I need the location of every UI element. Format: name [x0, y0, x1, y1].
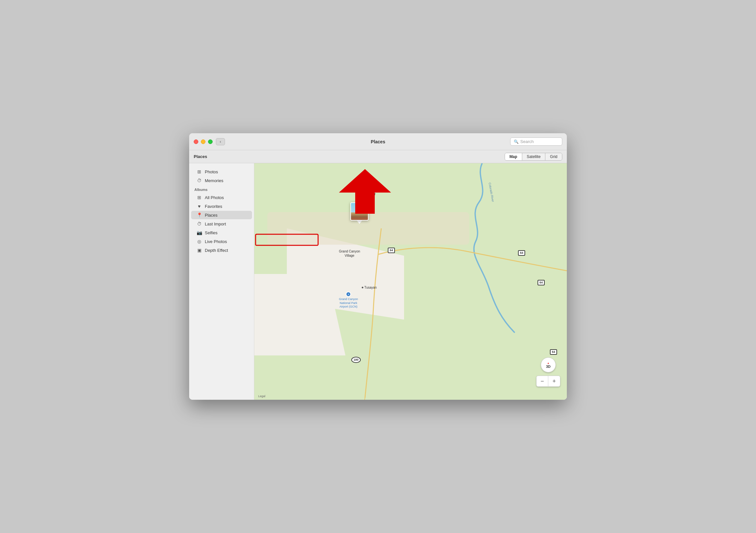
titlebar: ‹ Places 🔍 Search: [189, 133, 567, 150]
search-icon: 🔍: [514, 139, 519, 144]
sidebar-item-depth-effect-label: Depth Effect: [205, 248, 228, 253]
sidebar: ⊞ Photos ⏱ Memories Albums ⊞ All Photos …: [189, 163, 254, 400]
route-badge-64-2: 64: [518, 249, 525, 256]
poi-airport: + Grand CanyonNational ParkAirport (GCN): [339, 292, 358, 309]
sidebar-item-all-photos-label: All Photos: [205, 195, 224, 200]
live-photos-icon: ◎: [196, 239, 202, 244]
map-area[interactable]: Colorado River: [254, 163, 567, 400]
sidebar-item-selfies[interactable]: 📷 Selfies: [191, 228, 252, 237]
last-import-icon: ⏱: [196, 221, 202, 226]
photo-pin[interactable]: [350, 202, 368, 224]
poi-tusayan-label: Tusayan: [364, 286, 377, 289]
sidebar-item-memories-label: Memories: [205, 178, 223, 183]
sidebar-item-all-photos[interactable]: ⊞ All Photos: [191, 193, 252, 202]
poi-inner-canyon-label: The InnerCanyon: [362, 192, 376, 200]
poi-tusayan: Tusayan: [362, 286, 377, 289]
zoom-controls: − +: [536, 376, 560, 387]
sidebar-item-last-import[interactable]: ⏱ Last Import: [191, 220, 252, 228]
sidebar-item-depth-effect[interactable]: ▣ Depth Effect: [191, 246, 252, 254]
sidebar-item-places-label: Places: [205, 213, 218, 218]
sidebar-item-live-photos-label: Live Photos: [205, 239, 227, 244]
all-photos-icon: ⊞: [196, 195, 202, 200]
minimize-button[interactable]: [201, 139, 205, 144]
app-window: ‹ Places 🔍 Search Places Map Satellite G…: [189, 133, 567, 400]
photos-icon: ⊞: [196, 169, 202, 174]
search-box[interactable]: 🔍 Search: [510, 137, 562, 146]
legal-text: Legal: [258, 395, 265, 398]
sidebar-item-selfies-label: Selfies: [205, 230, 218, 235]
map-controls: ▲ 3D − +: [536, 357, 560, 387]
depth-effect-icon: ▣: [196, 248, 202, 253]
memories-icon: ⏱: [196, 178, 202, 183]
window-title: Places: [371, 139, 385, 144]
grid-view-button[interactable]: Grid: [545, 153, 562, 160]
poi-airport-label: Grand CanyonNational ParkAirport (GCN): [339, 297, 358, 309]
sidebar-item-live-photos[interactable]: ◎ Live Photos: [191, 237, 252, 246]
toolbar: Places Map Satellite Grid: [189, 150, 567, 163]
sidebar-item-favorites-label: Favorites: [205, 204, 222, 209]
route-badge-64-3: 64: [538, 279, 545, 285]
maximize-button[interactable]: [208, 139, 213, 144]
traffic-lights: [194, 139, 213, 144]
back-button[interactable]: ‹: [216, 138, 225, 145]
albums-section-label: Albums: [189, 185, 254, 193]
sidebar-item-memories[interactable]: ⏱ Memories: [191, 176, 252, 185]
sidebar-item-last-import-label: Last Import: [205, 222, 226, 226]
close-button[interactable]: [194, 139, 198, 144]
route-badge-64-1: 64: [388, 247, 395, 253]
poi-inner-canyon: The InnerCanyon: [362, 188, 376, 200]
toolbar-title: Places: [194, 154, 207, 159]
view-switcher: Map Satellite Grid: [505, 153, 562, 161]
map-view-button[interactable]: Map: [505, 153, 522, 160]
sidebar-item-photos-label: Photos: [205, 169, 218, 174]
zoom-out-button[interactable]: −: [537, 376, 548, 386]
selfies-icon: 📷: [196, 230, 202, 235]
poi-gcv: Grand CanyonVillage: [339, 249, 360, 258]
zoom-in-button[interactable]: +: [548, 376, 560, 386]
sidebar-item-photos[interactable]: ⊞ Photos: [191, 167, 252, 176]
poi-gcv-label: Grand CanyonVillage: [339, 249, 360, 258]
search-label: Search: [520, 139, 534, 144]
route-badge-64-4: 64: [550, 348, 557, 355]
favorites-icon: ♥: [196, 204, 202, 209]
sidebar-item-places[interactable]: 📍 Places: [191, 211, 252, 219]
satellite-view-button[interactable]: Satellite: [522, 153, 546, 160]
main-content: ⊞ Photos ⏱ Memories Albums ⊞ All Photos …: [189, 163, 567, 400]
sidebar-item-favorites[interactable]: ♥ Favorites: [191, 202, 252, 210]
btn-3d[interactable]: ▲ 3D: [541, 357, 556, 372]
route-badge-180: 180: [351, 356, 361, 363]
places-icon: 📍: [196, 212, 202, 218]
